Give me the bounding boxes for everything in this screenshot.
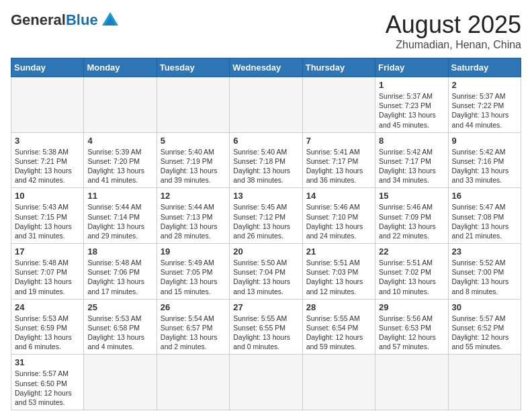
calendar-week-4: 17Sunrise: 5:48 AM Sunset: 7:07 PM Dayli… <box>11 244 521 300</box>
day-info: Sunrise: 5:50 AM Sunset: 7:04 PM Dayligh… <box>233 258 298 296</box>
calendar-week-6: 31Sunrise: 5:57 AM Sunset: 6:50 PM Dayli… <box>11 355 521 410</box>
weekday-header-wednesday: Wednesday <box>230 58 302 77</box>
calendar-cell: 3Sunrise: 5:38 AM Sunset: 7:21 PM Daylig… <box>11 132 84 188</box>
calendar-cell: 19Sunrise: 5:49 AM Sunset: 7:05 PM Dayli… <box>157 244 229 300</box>
day-number: 23 <box>452 246 517 257</box>
day-number: 26 <box>161 302 226 312</box>
calendar-cell: 24Sunrise: 5:53 AM Sunset: 6:59 PM Dayli… <box>11 299 84 355</box>
day-info: Sunrise: 5:41 AM Sunset: 7:17 PM Dayligh… <box>306 147 371 185</box>
calendar-cell: 5Sunrise: 5:40 AM Sunset: 7:19 PM Daylig… <box>157 132 229 188</box>
title-area: August 2025 Zhumadian, Henan, China <box>386 11 521 51</box>
day-info: Sunrise: 5:40 AM Sunset: 7:19 PM Dayligh… <box>161 147 226 185</box>
day-info: Sunrise: 5:37 AM Sunset: 7:22 PM Dayligh… <box>452 91 517 130</box>
calendar-week-2: 3Sunrise: 5:38 AM Sunset: 7:21 PM Daylig… <box>11 132 521 188</box>
day-info: Sunrise: 5:51 AM Sunset: 7:02 PM Dayligh… <box>379 258 444 296</box>
day-number: 1 <box>379 80 444 90</box>
day-number: 6 <box>233 136 298 146</box>
day-number: 5 <box>161 136 226 146</box>
day-number: 14 <box>306 191 371 201</box>
location: Zhumadian, Henan, China <box>386 39 521 51</box>
day-info: Sunrise: 5:42 AM Sunset: 7:17 PM Dayligh… <box>379 147 444 185</box>
day-number: 25 <box>87 302 152 312</box>
weekday-header-saturday: Saturday <box>448 58 521 77</box>
day-number: 8 <box>379 136 444 146</box>
weekday-header-thursday: Thursday <box>302 58 375 77</box>
day-number: 15 <box>379 191 444 201</box>
logo: GeneralBlue <box>11 11 120 30</box>
day-number: 31 <box>15 357 80 367</box>
day-info: Sunrise: 5:44 AM Sunset: 7:14 PM Dayligh… <box>87 202 152 240</box>
calendar-cell: 30Sunrise: 5:57 AM Sunset: 6:52 PM Dayli… <box>448 299 521 355</box>
calendar-cell: 10Sunrise: 5:43 AM Sunset: 7:15 PM Dayli… <box>11 188 84 244</box>
day-info: Sunrise: 5:46 AM Sunset: 7:09 PM Dayligh… <box>379 202 444 240</box>
calendar-cell: 27Sunrise: 5:55 AM Sunset: 6:55 PM Dayli… <box>230 299 302 355</box>
calendar-cell: 31Sunrise: 5:57 AM Sunset: 6:50 PM Dayli… <box>11 355 84 410</box>
day-number: 7 <box>306 136 371 146</box>
day-info: Sunrise: 5:53 AM Sunset: 6:59 PM Dayligh… <box>15 314 80 352</box>
weekday-header-friday: Friday <box>375 58 448 77</box>
day-number: 27 <box>233 302 298 312</box>
calendar-cell <box>157 77 229 133</box>
day-info: Sunrise: 5:44 AM Sunset: 7:13 PM Dayligh… <box>161 202 226 240</box>
calendar-cell: 23Sunrise: 5:52 AM Sunset: 7:00 PM Dayli… <box>448 244 521 300</box>
calendar-week-1: 1Sunrise: 5:37 AM Sunset: 7:23 PM Daylig… <box>11 77 521 133</box>
day-number: 12 <box>161 191 226 201</box>
day-number: 16 <box>452 191 517 201</box>
day-info: Sunrise: 5:43 AM Sunset: 7:15 PM Dayligh… <box>15 202 80 240</box>
day-info: Sunrise: 5:57 AM Sunset: 6:50 PM Dayligh… <box>15 369 80 407</box>
day-number: 4 <box>87 136 152 146</box>
day-info: Sunrise: 5:46 AM Sunset: 7:10 PM Dayligh… <box>306 202 371 240</box>
calendar-cell: 28Sunrise: 5:55 AM Sunset: 6:54 PM Dayli… <box>302 299 375 355</box>
day-number: 21 <box>306 246 371 257</box>
calendar-cell <box>448 355 521 410</box>
day-number: 13 <box>233 191 298 201</box>
calendar-cell: 21Sunrise: 5:51 AM Sunset: 7:03 PM Dayli… <box>302 244 375 300</box>
calendar-cell <box>230 355 302 410</box>
day-info: Sunrise: 5:48 AM Sunset: 7:07 PM Dayligh… <box>15 258 80 296</box>
day-number: 9 <box>452 136 517 146</box>
calendar-cell: 9Sunrise: 5:42 AM Sunset: 7:16 PM Daylig… <box>448 132 521 188</box>
logo-general: General <box>11 11 66 28</box>
day-number: 28 <box>306 302 371 312</box>
calendar-cell: 8Sunrise: 5:42 AM Sunset: 7:17 PM Daylig… <box>375 132 448 188</box>
calendar-cell: 12Sunrise: 5:44 AM Sunset: 7:13 PM Dayli… <box>157 188 229 244</box>
weekday-header-tuesday: Tuesday <box>157 58 229 77</box>
calendar-cell <box>375 355 448 410</box>
calendar-cell: 14Sunrise: 5:46 AM Sunset: 7:10 PM Dayli… <box>302 188 375 244</box>
day-info: Sunrise: 5:40 AM Sunset: 7:18 PM Dayligh… <box>233 147 298 185</box>
day-number: 18 <box>87 246 152 257</box>
calendar-cell: 7Sunrise: 5:41 AM Sunset: 7:17 PM Daylig… <box>302 132 375 188</box>
calendar-cell: 26Sunrise: 5:54 AM Sunset: 6:57 PM Dayli… <box>157 299 229 355</box>
day-number: 29 <box>379 302 444 312</box>
day-info: Sunrise: 5:53 AM Sunset: 6:58 PM Dayligh… <box>87 314 152 352</box>
day-number: 20 <box>233 246 298 257</box>
logo-icon <box>101 11 120 30</box>
day-info: Sunrise: 5:51 AM Sunset: 7:03 PM Dayligh… <box>306 258 371 296</box>
calendar-cell: 16Sunrise: 5:47 AM Sunset: 7:08 PM Dayli… <box>448 188 521 244</box>
calendar-cell: 17Sunrise: 5:48 AM Sunset: 7:07 PM Dayli… <box>11 244 84 300</box>
day-number: 22 <box>379 246 444 257</box>
calendar-cell <box>302 355 375 410</box>
calendar-cell <box>230 77 302 133</box>
day-info: Sunrise: 5:39 AM Sunset: 7:20 PM Dayligh… <box>87 147 152 185</box>
calendar-cell: 6Sunrise: 5:40 AM Sunset: 7:18 PM Daylig… <box>230 132 302 188</box>
day-info: Sunrise: 5:47 AM Sunset: 7:08 PM Dayligh… <box>452 202 517 240</box>
calendar-cell: 20Sunrise: 5:50 AM Sunset: 7:04 PM Dayli… <box>230 244 302 300</box>
calendar-cell <box>11 77 84 133</box>
calendar-cell: 13Sunrise: 5:45 AM Sunset: 7:12 PM Dayli… <box>230 188 302 244</box>
logo-text: GeneralBlue <box>11 11 98 29</box>
day-info: Sunrise: 5:56 AM Sunset: 6:53 PM Dayligh… <box>379 314 444 352</box>
day-number: 11 <box>87 191 152 201</box>
day-info: Sunrise: 5:54 AM Sunset: 6:57 PM Dayligh… <box>161 314 226 352</box>
weekday-header-sunday: Sunday <box>11 58 84 77</box>
calendar-cell: 22Sunrise: 5:51 AM Sunset: 7:02 PM Dayli… <box>375 244 448 300</box>
month-year: August 2025 <box>386 11 521 39</box>
calendar: SundayMondayTuesdayWednesdayThursdayFrid… <box>11 58 521 410</box>
day-info: Sunrise: 5:52 AM Sunset: 7:00 PM Dayligh… <box>452 258 517 296</box>
calendar-cell: 25Sunrise: 5:53 AM Sunset: 6:58 PM Dayli… <box>84 299 157 355</box>
day-number: 10 <box>15 191 80 201</box>
day-info: Sunrise: 5:45 AM Sunset: 7:12 PM Dayligh… <box>233 202 298 240</box>
day-number: 24 <box>15 302 80 312</box>
calendar-cell: 11Sunrise: 5:44 AM Sunset: 7:14 PM Dayli… <box>84 188 157 244</box>
day-number: 30 <box>452 302 517 312</box>
